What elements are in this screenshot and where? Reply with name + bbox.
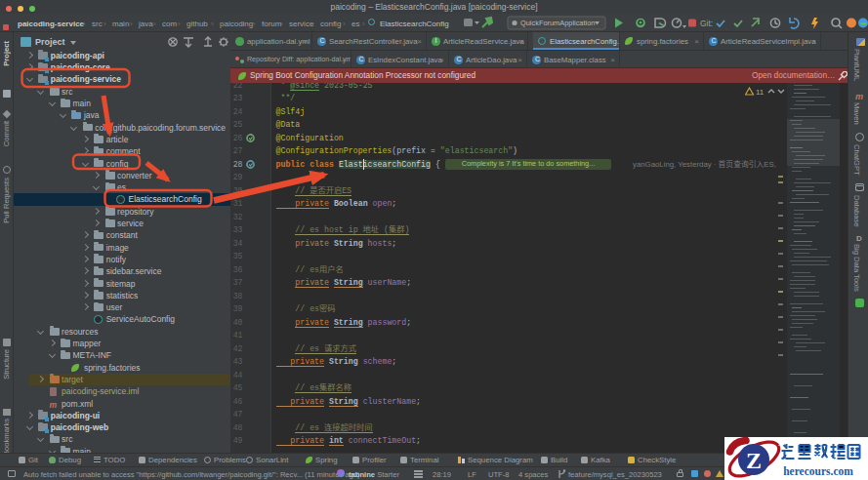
svg-text:11: 11 (756, 88, 765, 97)
svg-text:Z: Z (746, 448, 762, 473)
svg-text:herecours.com: herecours.com (783, 465, 853, 477)
svg-text:Git:: Git: (700, 19, 713, 28)
svg-text:QuickForumApplication: QuickForumApplication (520, 19, 595, 27)
